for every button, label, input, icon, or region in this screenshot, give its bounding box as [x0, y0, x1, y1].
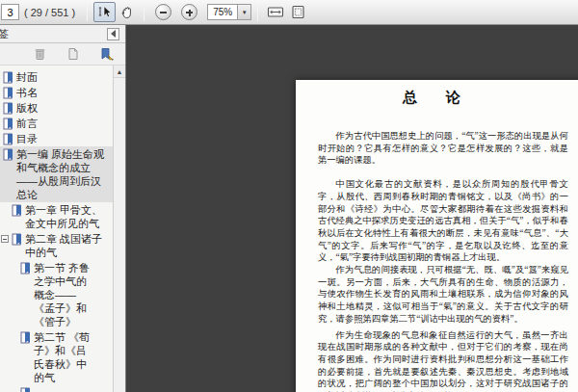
- toolbar: ( 29 / 551 ) 75% ▼: [0, 0, 578, 25]
- zoom-out-button[interactable]: [150, 2, 176, 22]
- bookmark-label: 版权: [16, 101, 38, 115]
- select-cursor-icon: [97, 5, 113, 20]
- bookmark-item[interactable]: 书名: [0, 85, 113, 100]
- toolbar-separator: [144, 4, 144, 21]
- bookmark-icon: [12, 233, 22, 246]
- bookmark-icon: [3, 133, 13, 145]
- bookmark-icon: [20, 262, 31, 274]
- bookmarks-list: 封面书名版权前言目录第一编 原始生命观和气概念的成立——从殷周到后汉总论第一章 …: [0, 65, 113, 392]
- bookmark-icon: [3, 87, 13, 99]
- page-number-input[interactable]: [1, 4, 19, 20]
- bookmarks-toolbar: [0, 43, 125, 65]
- bookmark-label: 第二章 战国诸子中的气: [25, 232, 104, 259]
- hand-icon: [119, 5, 135, 20]
- bookmarks-panel-header: 书签: [0, 25, 125, 43]
- trash-icon: [34, 47, 46, 61]
- bookmarks-list-container: 封面书名版权前言目录第一编 原始生命观和气概念的成立——从殷周到后汉总论第一章 …: [0, 65, 125, 392]
- page-title: 总 论: [318, 89, 545, 107]
- bookmark-icon: [20, 387, 31, 392]
- bookmark-item[interactable]: 前言: [0, 116, 113, 131]
- fit-page-button[interactable]: [287, 2, 309, 22]
- bookmarks-scrollbar[interactable]: ▲: [113, 65, 125, 392]
- bookmark-icon: [20, 331, 31, 344]
- fit-page-icon: [291, 5, 305, 19]
- bookmark-icon: [3, 71, 13, 84]
- page-body-text: 作为古代中国思想史上的问题，“气”这一形态的出现是从何时开始的？它具有怎样的意义…: [318, 130, 568, 392]
- bookmark-label: 第一章 甲骨文、金文中所见的气: [25, 203, 104, 230]
- collapse-panel-button[interactable]: [107, 28, 119, 40]
- bookmarks-panel: 书签: [0, 25, 126, 392]
- page-count-label: ( 29 / 551 ): [24, 7, 75, 18]
- minus-circle-icon: [155, 4, 171, 20]
- body-paragraph: 作为气息的间接表现，只可根据“无、既、嘅”及“簋”来窥见一斑。另一方面，后来，大…: [318, 264, 568, 326]
- bookmark-icon: [12, 204, 22, 217]
- zoom-in-button[interactable]: [176, 2, 202, 22]
- bookmark-item[interactable]: 第一节 齐鲁之学中气的概念——《孟子》和《管子》: [0, 260, 113, 329]
- toolbar-separator: [257, 4, 258, 21]
- bookmark-label: 前言: [16, 117, 38, 130]
- bookmark-item[interactable]: 第一章 甲骨文、金文中所见的气: [0, 202, 113, 231]
- zoom-level-control: 75% ▼: [207, 4, 251, 20]
- zoom-dropdown-button[interactable]: ▼: [238, 4, 251, 20]
- document-page: 总 论 作为古代中国思想史上的问题，“气”这一形态的出现是从何时开始的？它具有怎…: [296, 80, 578, 392]
- document-canvas[interactable]: 总 论 作为古代中国思想史上的问题，“气”这一形态的出现是从何时开始的？它具有怎…: [126, 25, 578, 392]
- new-bookmark-button[interactable]: [65, 45, 82, 63]
- bookmark-icon: [3, 118, 13, 130]
- bookmark-label: 封面: [16, 70, 38, 84]
- delete-bookmark-button[interactable]: [31, 45, 49, 63]
- page-plus-icon: [67, 47, 79, 61]
- edit-bookmark-button[interactable]: [97, 45, 118, 63]
- bookmark-label: 书名: [16, 86, 38, 99]
- body-paragraph: 作为古代中国思想史上的问题，“气”这一形态的出现是从何时开始的？它具有怎样的意义…: [318, 130, 568, 167]
- bookmark-item[interactable]: 目录: [0, 131, 113, 146]
- collapse-minus-icon[interactable]: [1, 235, 9, 243]
- bookmark-icon: [3, 102, 13, 115]
- hand-tool-button[interactable]: [116, 2, 138, 22]
- bookmark-label: 目录: [16, 132, 38, 145]
- bookmark-icon: [3, 148, 13, 161]
- scroll-up-arrow-icon[interactable]: ▲: [114, 65, 125, 78]
- zoom-level-value[interactable]: 75%: [207, 4, 238, 20]
- bookmark-label: 第二节 《荀子》和《吕氏春秋》中的气: [34, 330, 93, 384]
- fit-width-icon: [267, 5, 284, 19]
- plus-circle-icon: [181, 4, 197, 20]
- bookmark-item[interactable]: 封面: [0, 69, 113, 85]
- bookmark-item[interactable]: 第二节 《荀子》和《吕氏春秋》中的气: [0, 329, 113, 385]
- body-paragraph: 中国文化最古的文献资料，是以众所周知的殷代甲骨文字，从殷代、西周到春秋时期的青铜…: [318, 178, 568, 264]
- bookmark-label: 第一编 原始生命观和气概念的成立——从殷周到后汉总论: [16, 147, 105, 201]
- fit-width-button[interactable]: [264, 2, 287, 22]
- bookmark-item[interactable]: [0, 385, 113, 392]
- bookmark-item[interactable]: 第二章 战国诸子中的气: [0, 231, 113, 260]
- bookmark-item[interactable]: 第一编 原始生命观和气概念的成立——从殷周到后汉总论: [0, 146, 113, 202]
- bookmark-pencil-icon: [100, 47, 115, 62]
- bookmarks-panel-title: 书签: [0, 27, 9, 41]
- bookmark-label: 第一节 齐鲁之学中气的概念——《孟子》和《管子》: [34, 261, 93, 328]
- toolbar-separator: [87, 4, 88, 21]
- body-paragraph: 作为生命现象的气息和象征自然运行的大气，虽然一齐出现在战国时期形成的各种文献中，…: [318, 329, 568, 392]
- bookmark-item[interactable]: 版权: [0, 100, 113, 116]
- select-tool-button[interactable]: [93, 2, 116, 22]
